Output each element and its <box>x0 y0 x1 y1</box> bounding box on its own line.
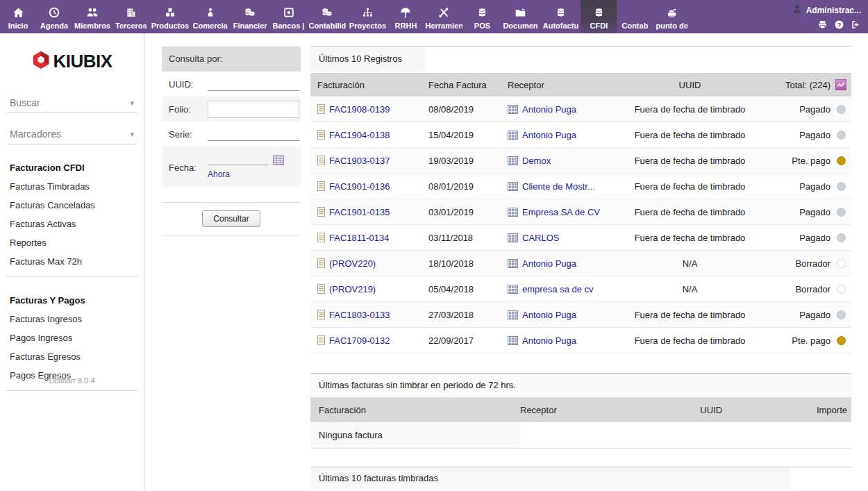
receptor-link[interactable]: Cliente de Mostr... <box>522 181 595 192</box>
payment-status: Pte. pago <box>747 335 831 346</box>
menu-miembros[interactable]: Miembros <box>72 0 112 33</box>
receptor-link[interactable]: Antonio Puga <box>522 104 576 115</box>
invoice-link[interactable]: FAC1903-0137 <box>329 156 390 166</box>
serie-input[interactable] <box>208 127 299 141</box>
menu-rrhh[interactable]: RRHH <box>387 0 424 33</box>
menu-punto-de-venta[interactable]: punto de <box>653 0 690 33</box>
receptor-link[interactable]: CARLOS <box>522 233 559 243</box>
consultar-button[interactable]: Consultar <box>202 210 260 227</box>
table-row: (PROV219) 05/04/2018 empresa sa de cv N/… <box>310 276 851 302</box>
coins-icon <box>243 5 257 20</box>
receptor-link[interactable]: empresa sa de cv <box>522 284 594 294</box>
uuid-status: Fuera de fecha de timbrado <box>633 156 747 166</box>
status-dot <box>837 259 846 268</box>
sidebar-item-facturas-max-72h[interactable]: Facturas Max 72h <box>10 256 144 267</box>
uuid-status: N/A <box>633 284 747 294</box>
payment-status: Pagado <box>747 104 831 115</box>
receptor-link[interactable]: Antonio Puga <box>522 335 576 346</box>
sidebar-item-facturas-canceladas[interactable]: Facturas Canceladas <box>10 200 144 210</box>
logout-icon[interactable] <box>851 19 861 30</box>
fecha-input[interactable] <box>208 153 269 165</box>
kiubix-logo: KIUBIX <box>0 50 144 72</box>
menu-inicio[interactable]: Inicio <box>0 0 36 33</box>
database-icon <box>555 5 567 20</box>
receptor-link[interactable]: Antonio Puga <box>522 258 576 269</box>
invoice-link[interactable]: FAC1904-0138 <box>329 130 390 140</box>
sidebar-item-pagos-ingresos[interactable]: Pagos Ingresos <box>10 333 144 343</box>
menu-financiera[interactable]: Financier <box>231 0 270 33</box>
sidebar-item-facturas-activas[interactable]: Facturas Activas <box>10 219 144 229</box>
top-menu-bar: Inicio Agenda Miembros Terceros Producto… <box>0 0 868 33</box>
sidebar-item-facturas-timbradas[interactable]: Facturas Timbradas <box>10 181 144 192</box>
menu-herramientas[interactable]: Herramien <box>424 0 464 33</box>
sidebar-item-reportes[interactable]: Reportes <box>10 238 144 248</box>
receptor-link[interactable]: Antonio Puga <box>522 130 576 140</box>
section-title: Facturas Y Pagos <box>10 295 144 306</box>
invoice-link[interactable]: (PROV219) <box>329 284 376 294</box>
main-content: Últimos 10 Registros Facturación Fecha F… <box>310 46 851 491</box>
uuid-status: Fuera de fecha de timbrado <box>633 335 747 346</box>
folio-input[interactable] <box>208 101 299 118</box>
status-dot <box>837 208 846 217</box>
receptor-link[interactable]: Demox <box>522 156 551 166</box>
menu-productos[interactable]: Productos <box>150 0 190 33</box>
coins-icon <box>320 5 334 20</box>
divider <box>6 390 138 391</box>
invoice-link[interactable]: FAC1803-0133 <box>329 310 390 320</box>
invoice-link[interactable]: FAC1908-0139 <box>329 104 390 115</box>
invoice-link[interactable]: FAC1901-0135 <box>329 207 390 217</box>
section-facturacion-cfdi: Facturacion CFDI Facturas Timbradas Fact… <box>0 163 144 267</box>
table-row: FAC1709-0132 22/09/2017 Antonio Puga Fue… <box>310 328 851 353</box>
menu-cfdi-active[interactable]: CFDI <box>581 0 617 33</box>
col-uuid: UUID <box>648 405 776 415</box>
invoice-icon <box>317 181 325 191</box>
uuid-status: Fuera de fecha de timbrado <box>633 207 747 217</box>
menu-terceros[interactable]: Terceros <box>112 0 150 33</box>
stats-icon[interactable] <box>835 79 846 90</box>
folder-icon <box>514 5 527 20</box>
invoice-link[interactable]: (PROV220) <box>329 258 376 269</box>
menu-contab[interactable]: Contab <box>617 0 653 33</box>
table-row: FAC1908-0139 08/08/2019 Antonio Puga Fue… <box>310 97 851 122</box>
status-dot <box>837 285 846 294</box>
col-importe: Importe <box>775 405 851 415</box>
menu-agenda[interactable]: Agenda <box>36 0 72 33</box>
payment-status: Pte. pago <box>747 156 831 166</box>
help-icon[interactable]: ? <box>834 19 844 30</box>
invoice-link[interactable]: FAC1901-0136 <box>329 181 390 192</box>
print-icon[interactable] <box>817 19 828 30</box>
sidebar-item-facturas-ingresos[interactable]: Facturas Ingresos <box>10 314 144 324</box>
table-row: (PROV220) 18/10/2018 Antonio Puga N/A Bo… <box>310 251 851 276</box>
menu-comercial[interactable]: Comercia <box>190 0 231 33</box>
menu-proyectos[interactable]: Proyectos <box>347 0 387 33</box>
receptor-link[interactable]: Antonio Puga <box>522 310 576 320</box>
sidebar-item-facturas-egresos[interactable]: Facturas Egresos <box>10 351 144 362</box>
payment-status: Pagado <box>747 233 831 243</box>
menu-pos[interactable]: POS <box>464 0 500 33</box>
table-row: FAC1904-0138 15/04/2019 Antonio Puga Fue… <box>310 122 851 148</box>
invoice-date: 18/10/2018 <box>428 258 508 269</box>
invoice-link[interactable]: FAC1811-0134 <box>329 233 390 243</box>
now-link[interactable]: Ahora <box>208 169 299 179</box>
table-row: FAC1903-0137 19/03/2019 Demox Fuera de f… <box>310 148 851 174</box>
company-icon <box>508 208 518 217</box>
user-icon <box>792 3 803 17</box>
query-panel: Consulta por: UUID: Folio: Serie: Fecha:… <box>162 47 301 491</box>
receptor-link[interactable]: Empresa SA de CV <box>522 207 600 217</box>
company-icon <box>508 259 518 268</box>
menu-documentos[interactable]: Documen <box>500 0 540 33</box>
menu-contabilidad[interactable]: Contabilid <box>307 0 347 33</box>
payment-status: Pagado <box>747 207 831 217</box>
uuid-status: Fuera de fecha de timbrado <box>633 310 747 320</box>
calendar-icon[interactable] <box>273 155 284 165</box>
uuid-input[interactable] <box>208 77 299 91</box>
invoice-date: 19/03/2019 <box>428 156 508 166</box>
user-menu[interactable]: Administrac... <box>792 3 861 17</box>
invoice-link[interactable]: FAC1709-0132 <box>329 335 390 346</box>
col-receptor: Receptor <box>520 405 648 415</box>
bookmarks-dropdown[interactable]: Marcadores ▾ <box>7 126 137 144</box>
search-dropdown[interactable]: Buscar ▾ <box>7 94 137 113</box>
menu-autofactura[interactable]: Autofactu <box>540 0 581 33</box>
home-icon <box>12 5 25 20</box>
menu-bancos[interactable]: Bancos | <box>270 0 308 33</box>
